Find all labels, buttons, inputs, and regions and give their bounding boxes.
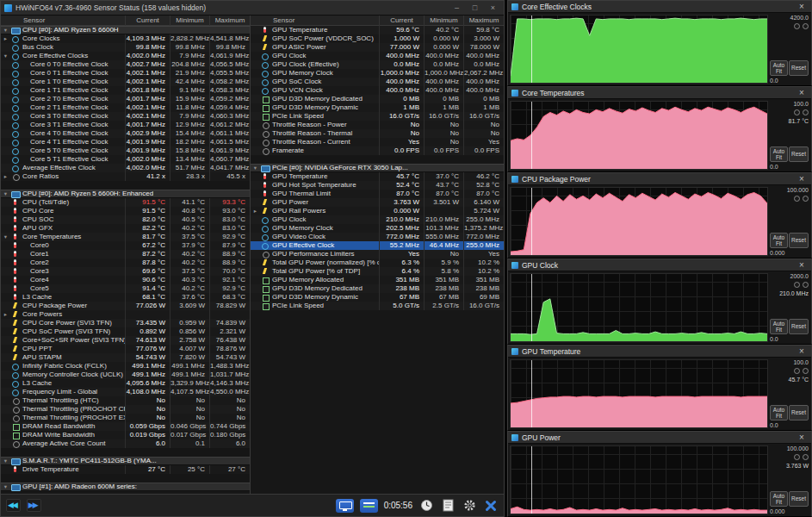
tree-toggle-icon[interactable]: ▸ <box>1 172 10 181</box>
col-sensor[interactable]: Sensor <box>22 16 125 26</box>
sensor-row[interactable]: ▾Core Temperatures81.7 °C37.5 °C92.9 °C <box>1 233 250 241</box>
sensor-row[interactable]: GPU VCN Clock400.0 MHz400.0 MHz400.0 MHz <box>251 86 504 95</box>
sensor-row[interactable]: Average Effective Clock4,002.0 MHz51.7 M… <box>1 164 250 172</box>
sensor-row[interactable]: GPU Memory Allocated351 MB351 MB351 MB <box>251 276 504 284</box>
sensor-row[interactable]: Memory Controller Clock (UCLK)499.1 MHz4… <box>1 371 250 379</box>
sensor-row[interactable]: Core 4 T0 Effective Clock4,002.9 MHz15.4… <box>1 129 250 138</box>
sensor-row[interactable]: Framerate0.0 FPS0.0 FPS0.0 FPS <box>251 146 504 155</box>
sensor-row[interactable]: GPU Thermal Limit87.0 °C87.0 °C87.0 °C <box>251 190 504 198</box>
radio-button[interactable] <box>794 23 800 29</box>
sensor-row[interactable]: Core 3 T0 Effective Clock4,002.1 MHz7.9 … <box>1 112 250 121</box>
sensor-row[interactable]: GPU SoC Power (VDDCR_SOC)1.000 W0.000 W3… <box>251 34 504 43</box>
sensor-row[interactable]: CPU (Tctl/Tdie)91.5 °C41.1 °C93.3 °C <box>1 198 250 207</box>
radio-button[interactable] <box>803 23 809 29</box>
sensor-row[interactable]: Core 1 T0 Effective Clock4,002.1 MHz42.4… <box>1 78 250 86</box>
radio-button[interactable] <box>794 368 800 374</box>
sensor-row[interactable]: Average Active Core Count6.00.16.0 <box>1 439 250 448</box>
sensor-row[interactable]: CPU SOC82.0 °C40.5 °C83.0 °C <box>1 215 250 224</box>
radio-button[interactable] <box>794 196 800 202</box>
close-icon[interactable]: × <box>796 175 808 184</box>
sensor-row[interactable]: APU STAPM54.743 W7.820 W54.743 W <box>1 353 250 362</box>
close-icon[interactable]: × <box>486 3 500 14</box>
radio-button[interactable] <box>803 196 809 202</box>
tree-toggle-icon[interactable]: ▸ <box>251 207 260 215</box>
sensor-row[interactable]: GPU Hot Spot Temperature52.4 °C43.7 °C52… <box>251 181 504 190</box>
sensor-row[interactable]: Core 0 T1 Effective Clock4,002.1 MHz21.9… <box>1 69 250 78</box>
close-icon[interactable]: × <box>796 261 808 270</box>
sensor-row[interactable]: GPU Clock (Effective)0.0 MHz0.0 MHz0.0 M… <box>251 60 504 69</box>
sensor-row[interactable]: APU GFX82.2 °C40.2 °C83.0 °C <box>1 224 250 233</box>
sensor-row[interactable]: Core187.2 °C40.2 °C88.9 °C <box>1 250 250 258</box>
sensor-row[interactable]: Core067.2 °C37.9 °C87.9 °C <box>1 241 250 250</box>
sensor-row[interactable]: Core 2 T1 Effective Clock4,002.1 MHz11.8… <box>1 103 250 112</box>
sensor-row[interactable]: ▸GPU Rail Powers0.000 W5.724 W <box>251 207 504 215</box>
sensor-row[interactable]: GPU Power3.763 W3.501 W6.140 W <box>251 198 504 207</box>
reset-button[interactable]: Reset <box>789 319 809 334</box>
sensor-row[interactable]: GPU Memory Clock1,000.0 MHz1,000.0 MHz2,… <box>251 69 504 78</box>
sensor-row[interactable]: Core 2 T0 Effective Clock4,001.7 MHz15.9… <box>1 95 250 103</box>
close-icon[interactable]: × <box>796 433 808 442</box>
sensor-row[interactable]: Frequency Limit - Global4,108.0 MHz4,107… <box>1 388 250 396</box>
sensor-row[interactable]: PCIe Link Speed16.0 GT/s16.0 GT/s16.0 GT… <box>251 112 504 121</box>
sensor-row[interactable]: GPU SoC Clock400.0 MHz400.0 MHz400.0 MHz <box>251 78 504 86</box>
sensor-row[interactable]: Core 4 T1 Effective Clock4,001.9 MHz18.2… <box>1 138 250 146</box>
close-icon[interactable]: × <box>796 3 808 11</box>
radio-button[interactable] <box>794 454 800 460</box>
col-maximum[interactable]: Maximum <box>463 16 504 26</box>
section-row[interactable]: ▾S.M.A.R.T.: YMTC PC411-512GB-B (YMA... <box>1 457 250 465</box>
auto-fit-button[interactable]: Auto Fit <box>770 146 788 162</box>
tree-toggle-icon[interactable]: ▾ <box>1 190 10 198</box>
configure-sensors-button[interactable] <box>360 499 378 513</box>
tree-toggle-icon[interactable]: ▾ <box>1 52 10 60</box>
sensor-row[interactable]: L3 Cache4,095.6 MHz3,329.9 MHz4,146.3 MH… <box>1 379 250 388</box>
sensor-row[interactable]: Bus Clock99.8 MHz99.8 MHz99.8 MHz <box>1 43 250 52</box>
reset-button[interactable]: Reset <box>789 146 809 162</box>
sensor-row[interactable]: Thermal Throttling (PROCHOT EXT)NoNoNo <box>1 414 250 422</box>
sensor-row[interactable]: GPU Temperature59.6 °C40.2 °C59.8 °C <box>251 26 504 34</box>
sensor-row[interactable]: Drive Temperature27 °C25 °C27 °C <box>1 465 250 474</box>
sensor-row[interactable]: CPU Core Power (SVI3 TFN)73.435 W0.959 W… <box>1 319 250 327</box>
settings-gear-icon[interactable] <box>462 498 477 514</box>
auto-fit-button[interactable]: Auto Fit <box>770 319 788 334</box>
sensor-row[interactable]: GPU Performance LimitersYesNoYes <box>251 250 504 258</box>
auto-fit-button[interactable]: Auto Fit <box>770 60 788 76</box>
sensor-row[interactable]: DRAM Read Bandwidth0.059 Gbps0.046 Gbps0… <box>1 422 250 431</box>
sensor-row[interactable]: GPU D3D Memory Dynamic1 MB1 MB1 MB <box>251 103 504 112</box>
radio-button[interactable] <box>803 282 809 288</box>
reset-button[interactable]: Reset <box>789 405 809 420</box>
sensor-row[interactable]: ▸Core Powers <box>1 310 250 319</box>
radio-button[interactable] <box>803 368 809 374</box>
sensor-row[interactable]: Total GPU Power (normalized) [% of TDP]6… <box>251 258 504 267</box>
sensor-row[interactable]: Thermal Throttling (PROCHOT CPU)NoNoNo <box>1 405 250 414</box>
radio-button[interactable] <box>794 109 800 115</box>
sensor-row[interactable]: Infinity Fabric Clock (FCLK)499.1 MHz499… <box>1 362 250 371</box>
sensor-row[interactable]: Core+SoC+SR Power (SVI3 TFN)74.613 W2.75… <box>1 336 250 345</box>
col-current[interactable]: Current <box>125 16 170 26</box>
radio-button[interactable] <box>803 109 809 115</box>
sensor-row[interactable]: Total GPU Power [% of TDP]6.4 %5.8 %10.2… <box>251 267 504 276</box>
clock-icon[interactable] <box>418 498 434 514</box>
sensor-row[interactable]: GPU Memory Clock202.5 MHz101.3 MHz1,375.… <box>251 224 504 233</box>
auto-fit-button[interactable]: Auto Fit <box>770 491 788 507</box>
tree-toggle-icon[interactable]: ▾ <box>1 483 10 491</box>
col-sensor[interactable]: Sensor <box>271 16 379 26</box>
minimize-icon[interactable]: – <box>449 3 464 14</box>
sensor-row[interactable]: Throttle Reason - CurrentYesNoYes <box>251 138 504 146</box>
section-row[interactable]: ▾GPU [#1]: AMD Radeon 600M series: <box>1 483 250 491</box>
sensor-row[interactable]: Throttle Reason - PowerNoNoNo <box>251 121 504 129</box>
sensor-row[interactable]: Thermal Throttling (HTC)NoNoNo <box>1 396 250 405</box>
tree-toggle-icon[interactable]: ▾ <box>251 164 260 172</box>
tree-toggle-icon[interactable]: ▸ <box>1 310 10 319</box>
sensor-row[interactable]: Core 0 T0 Effective Clock4,002.7 MHz204.… <box>1 60 250 69</box>
section-row[interactable]: ▾PCIe [#0]: NVIDIA GeForce RTX 3050 Lap.… <box>251 164 504 172</box>
tree-toggle-icon[interactable]: ▾ <box>1 233 10 241</box>
close-icon[interactable]: × <box>796 89 808 97</box>
close-sensors-icon[interactable] <box>483 498 499 514</box>
previous-page-icon[interactable]: ◀◀ <box>6 499 21 512</box>
section-row[interactable]: ▾CPU [#0]: AMD Ryzen 5 6600H <box>1 26 250 34</box>
tree-toggle-icon[interactable]: ▾ <box>1 26 10 34</box>
radio-button[interactable] <box>794 282 800 288</box>
next-page-icon[interactable]: ▶▶ <box>27 499 41 512</box>
reset-button[interactable]: Reset <box>789 491 809 507</box>
sensor-row[interactable]: Core 1 T1 Effective Clock4,001.8 MHz9.1 … <box>1 86 250 95</box>
